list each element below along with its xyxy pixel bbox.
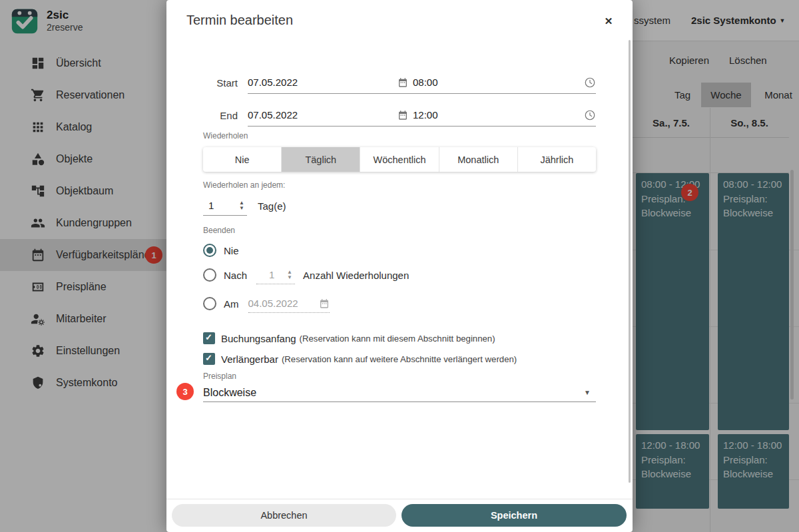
calendar-icon[interactable] <box>398 77 408 88</box>
occurrence-count-input[interactable]: 1 ▲ ▼ <box>256 266 295 284</box>
repeat-option-jaehrlich[interactable]: Jährlich <box>518 147 596 172</box>
booking-start-option: Buchungsanfang (Reservation kann mit die… <box>203 331 495 346</box>
radio-never[interactable] <box>203 244 216 257</box>
start-label: Start <box>203 77 238 89</box>
start-date-input[interactable]: 07.05.2022 <box>248 77 398 88</box>
footer-divider <box>166 499 633 499</box>
ends-label: Beenden <box>203 226 235 235</box>
interval-input[interactable]: 1 ▲ ▼ <box>203 196 247 216</box>
app-stage: 2sic 2reserve Übersicht Reservationen Ka… <box>0 0 799 532</box>
priceplan-select[interactable]: Blockweise ▼ <box>203 384 596 402</box>
radio-after[interactable] <box>203 268 216 282</box>
interval-unit: Tag(e) <box>258 200 286 212</box>
end-time-input[interactable]: 12:00 <box>413 109 438 121</box>
repeat-toggle-group: Nie Täglich Wöchentlich Monatlich Jährli… <box>203 147 596 172</box>
repeat-option-taeglich[interactable]: Täglich <box>282 147 360 172</box>
stepper-icons[interactable]: ▲ ▼ <box>287 270 292 280</box>
cancel-button[interactable]: Abbrechen <box>172 504 396 527</box>
repeat-option-nie[interactable]: Nie <box>203 147 282 172</box>
step-down-icon[interactable]: ▼ <box>239 206 244 211</box>
priceplan-badge: 3 <box>176 383 194 400</box>
end-row: End 07.05.2022 12:00 <box>203 104 596 127</box>
start-time-input[interactable]: 08:00 <box>413 77 438 88</box>
repeat-label: Wiederholen <box>203 131 248 140</box>
extendable-option: Verlängerbar (Reservation kann auf weite… <box>203 352 517 366</box>
interval-row: 1 ▲ ▼ Tag(e) <box>203 196 286 216</box>
occurrence-suffix: Anzahl Wiederholungen <box>303 270 409 281</box>
calendar-icon[interactable] <box>398 110 408 121</box>
ends-on-option: Am 04.05.2022 <box>203 294 330 313</box>
start-field: 07.05.2022 08:00 <box>248 71 596 94</box>
end-date-input[interactable]: 07.05.2022 <box>248 109 398 121</box>
end-label: End <box>203 110 238 121</box>
radio-on-date[interactable] <box>203 297 216 310</box>
step-down-icon[interactable]: ▼ <box>287 275 292 280</box>
clock-icon[interactable] <box>584 109 596 121</box>
dialog-title: Termin bearbeiten <box>186 13 293 28</box>
stepper-icons[interactable]: ▲ ▼ <box>239 200 244 211</box>
save-button[interactable]: Speichern <box>401 504 627 527</box>
modal-scrollbar[interactable] <box>629 40 631 483</box>
end-field: 07.05.2022 12:00 <box>248 104 596 127</box>
checkbox-booking-start[interactable] <box>203 332 215 344</box>
repeat-option-monatlich[interactable]: Monatlich <box>439 147 518 172</box>
calendar-icon[interactable] <box>319 298 330 309</box>
clock-icon[interactable] <box>584 77 596 89</box>
repeat-option-woechentlich[interactable]: Wöchentlich <box>360 147 439 172</box>
priceplan-label: Preisplan <box>203 372 236 381</box>
select-arrow-icon: ▼ <box>584 389 591 396</box>
close-icon: ✕ <box>605 15 613 27</box>
close-button[interactable]: ✕ <box>601 13 617 29</box>
start-row: Start 07.05.2022 08:00 <box>203 71 596 94</box>
checkbox-extendable[interactable] <box>203 353 215 365</box>
edit-appointment-dialog: Termin bearbeiten ✕ Start 07.05.2022 08:… <box>166 0 633 532</box>
ends-never-option: Nie <box>203 242 239 258</box>
ends-after-option: Nach 1 ▲ ▼ Anzahl Wiederholungen <box>203 266 409 284</box>
repeat-every-label: Wiederholen an jedem: <box>203 180 285 190</box>
end-date-picker[interactable]: 04.05.2022 <box>248 294 330 313</box>
